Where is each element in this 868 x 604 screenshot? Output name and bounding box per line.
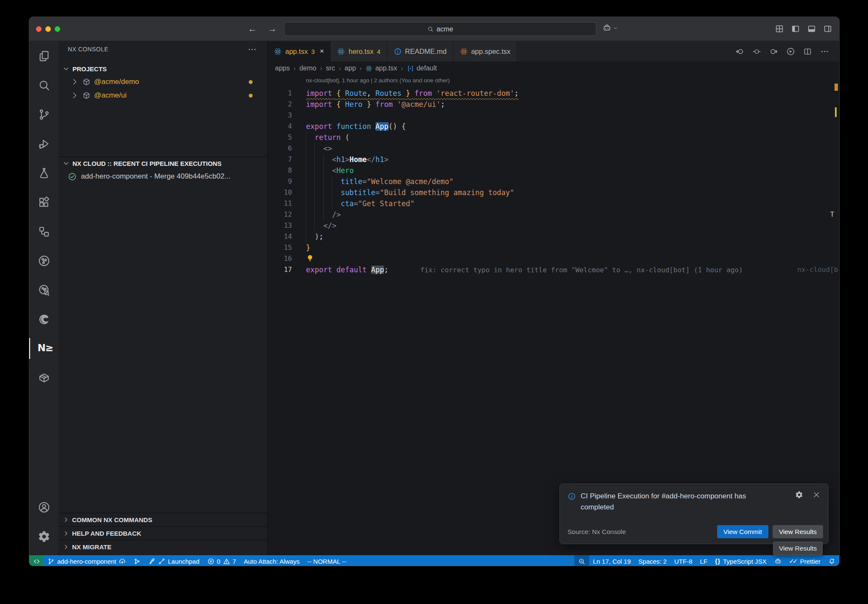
status-item-commit-graph[interactable] [130, 555, 145, 566]
activity-item-nx-console[interactable]: N≥ [29, 334, 58, 363]
status-item-problems[interactable]: 07 [203, 555, 240, 566]
code-token: /> [332, 210, 340, 219]
view-results-button[interactable]: View Results [773, 525, 823, 538]
breadcrumb-separator: › [320, 65, 322, 72]
status-item-eol[interactable]: LF [696, 555, 712, 566]
code-token: } [367, 100, 371, 109]
line-number: 16 [273, 253, 292, 264]
code-token: h1 [376, 155, 384, 164]
view-commit-button[interactable]: View Commit [717, 525, 768, 538]
breadcrumb-item-apps[interactable]: apps [275, 64, 290, 72]
linkdiag-icon [158, 558, 165, 565]
activity-item-project-hierarchy[interactable] [29, 217, 58, 246]
chevron-down-icon[interactable] [613, 25, 618, 31]
nav-forward-icon[interactable] [769, 47, 778, 56]
status-item-git-branch[interactable]: add-hero-component [44, 555, 130, 566]
status-item-copilot[interactable] [771, 555, 785, 566]
toggle-panel-icon[interactable] [807, 24, 816, 34]
status-item-encoding[interactable]: UTF-8 [670, 555, 696, 566]
activity-item-source-control[interactable] [29, 100, 58, 129]
status-label: Prettier [800, 558, 821, 565]
zoom-window-button[interactable] [55, 26, 60, 32]
customize-layout-icon[interactable] [775, 24, 784, 34]
breadcrumb-item-src[interactable]: src [326, 64, 335, 72]
line-number: 13 [273, 220, 292, 231]
history-forward-button[interactable]: → [268, 24, 277, 34]
vscode-window: ← → acme N≥ NX CONSOLE ⋯ PROJECTS@acme/d… [29, 17, 840, 566]
status-item-formatter[interactable]: ✓✓Prettier [785, 555, 825, 566]
split-editor-icon[interactable] [803, 47, 812, 56]
section-header-nx-cloud[interactable]: NX CLOUD :: RECENT CI PIPELINE EXECUTION… [58, 157, 267, 170]
notification-close-icon[interactable] [812, 491, 821, 499]
activity-item-search-commits[interactable] [29, 275, 58, 305]
copilot-icon[interactable] [602, 23, 612, 33]
status-item-vim-mode[interactable]: -- NORMAL -- [303, 555, 350, 566]
more-actions-icon[interactable] [820, 47, 829, 56]
code-line-content: } [306, 242, 310, 253]
pipeline-execution-item[interactable]: add-hero-component - Merge 409b44e5cb02.… [58, 170, 267, 183]
status-item-auto-attach[interactable]: Auto Attach: Always [240, 555, 303, 566]
tab-app-tsx[interactable]: app.tsx3× [267, 41, 331, 62]
code-token: < [332, 166, 336, 175]
more-actions-icon[interactable]: ⋯ [248, 44, 257, 54]
activity-item-edge-tools[interactable] [29, 305, 58, 334]
run-debug-icon[interactable] [786, 47, 795, 56]
section-label: NX CLOUD :: RECENT CI PIPELINE EXECUTION… [72, 160, 222, 167]
tab-close-icon[interactable]: × [320, 47, 324, 56]
status-item-language-mode[interactable]: {}TypeScript JSX [711, 555, 770, 566]
activity-item-extensions[interactable] [29, 187, 58, 217]
remote-indicator[interactable] [29, 555, 44, 566]
code-token: export [306, 122, 337, 131]
tab-README-md[interactable]: README.md [387, 41, 453, 62]
nav-back-icon[interactable] [735, 47, 744, 56]
close-window-button[interactable] [36, 26, 42, 32]
status-item-launchpad[interactable]: Launchpad [145, 555, 203, 566]
activity-item-commit-graph[interactable] [29, 246, 58, 275]
activity-item-explorer[interactable] [29, 41, 58, 70]
breadcrumb-item-app[interactable]: app [345, 64, 356, 72]
tab-label: README.md [405, 48, 447, 56]
activity-item-testing[interactable] [29, 158, 58, 187]
history-back-button[interactable]: ← [248, 24, 257, 34]
code-token: Hero [345, 100, 362, 109]
section-header-help-and-feedback[interactable]: HELP AND FEEDBACK [58, 526, 267, 540]
notification-settings-gear-icon[interactable] [795, 491, 803, 499]
modified-dot [249, 80, 253, 84]
status-item-cursor-position[interactable]: Ln 17, Col 19 [589, 555, 634, 566]
source-control-icon [38, 108, 50, 121]
project-item[interactable]: @acme/ui [58, 89, 267, 102]
section-header-projects[interactable]: PROJECTS [58, 62, 267, 75]
lightbulb-icon[interactable] [306, 254, 314, 263]
nav-circle-icon[interactable] [752, 47, 761, 56]
code-token: </ [367, 155, 375, 164]
command-center[interactable]: acme [284, 22, 596, 36]
toggle-sidebar-right-icon[interactable] [823, 24, 832, 34]
status-label: -- NORMAL -- [307, 558, 346, 565]
section-header-common-nx-commands[interactable]: COMMON NX COMMANDS [58, 513, 267, 526]
chevron-right-icon [63, 544, 69, 550]
zoomout-icon [578, 558, 585, 565]
minimize-window-button[interactable] [45, 26, 51, 32]
toggle-sidebar-left-icon[interactable] [791, 24, 800, 34]
tab-hero-tsx[interactable]: hero.tsx4 [331, 41, 387, 62]
section-header-nx-migrate[interactable]: NX MIGRATE [58, 540, 267, 554]
code-line-content: import { Hero } from '@acme/ui'; [306, 99, 445, 110]
breadcrumb-item-demo[interactable]: demo [299, 64, 316, 72]
activity-item-run-and-debug[interactable] [29, 129, 58, 158]
status-item-zoom-indicator[interactable] [574, 555, 589, 566]
activity-item-accounts[interactable] [29, 492, 58, 522]
breadcrumb-item-default[interactable]: default [407, 64, 437, 72]
explorer-icon [38, 50, 50, 62]
activity-item-search[interactable] [29, 70, 58, 100]
code-token: { [337, 89, 341, 98]
code-line-content: </> [306, 220, 337, 231]
tab-app-spec-tsx[interactable]: app.spec.tsx [453, 41, 517, 62]
breadcrumb-label: app.tsx [375, 64, 397, 72]
activity-item-settings[interactable] [29, 522, 58, 551]
project-item[interactable]: @acme/demo [58, 75, 267, 89]
line-number: 6 [273, 143, 292, 154]
breadcrumb-item-app-tsx[interactable]: app.tsx [365, 64, 397, 72]
activity-item-containers[interactable] [29, 363, 58, 392]
status-item-indentation[interactable]: Spaces: 2 [634, 555, 670, 566]
status-item-notifications[interactable] [824, 555, 839, 566]
